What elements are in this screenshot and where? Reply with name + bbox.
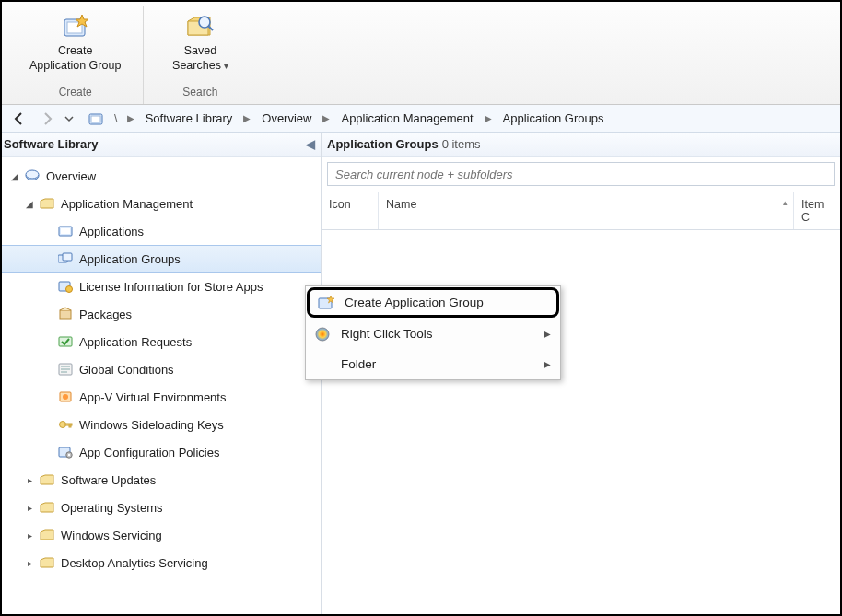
nav-forward-button[interactable] [35, 108, 59, 130]
tree-appconfig[interactable]: App Configuration Policies [2, 438, 321, 466]
tree-license-info[interactable]: License Information for Store Apps [2, 273, 321, 300]
svg-rect-10 [61, 228, 70, 234]
global-cond-icon [57, 361, 74, 378]
tree-overview[interactable]: ◢ Overview [2, 162, 321, 190]
svg-rect-25 [69, 425, 71, 427]
ctx-rct-label: Right Click Tools [341, 327, 544, 341]
packages-icon [57, 306, 74, 322]
svg-rect-12 [63, 253, 72, 261]
svg-point-14 [66, 286, 73, 293]
rct-icon [311, 323, 333, 345]
expander-icon[interactable]: ▸ [24, 503, 35, 513]
ribbon: Create Application Group Create Saved Se… [2, 2, 840, 105]
expander-icon[interactable]: ▸ [24, 530, 35, 540]
expander-icon[interactable]: ◢ [9, 171, 20, 181]
expander-icon[interactable]: ▸ [24, 558, 35, 568]
tree-global-conditions[interactable]: Global Conditions [2, 355, 321, 383]
submenu-arrow-icon: ▶ [544, 329, 551, 339]
folder-icon [39, 471, 55, 488]
appv-icon [57, 389, 74, 405]
create-application-group-button[interactable]: Create Application Group [22, 6, 128, 76]
sidebar-title: Software Library [4, 137, 99, 151]
nav-history-button[interactable] [63, 108, 76, 130]
ribbon-group-search: Saved Searches Search [144, 6, 256, 104]
create-app-group-label: Create Application Group [29, 44, 121, 73]
expander-icon[interactable]: ▸ [24, 475, 35, 485]
tree-windows-servicing[interactable]: ▸ Windows Servicing [2, 521, 321, 549]
svg-point-31 [316, 328, 329, 341]
ctx-folder[interactable]: Folder ▶ [306, 349, 560, 379]
ctx-create-label: Create Application Group [345, 296, 547, 309]
nav-tree: ◢ Overview ◢ Application Management [2, 157, 321, 614]
crumb-software-library[interactable]: Software Library [140, 108, 239, 129]
content-header: Application Groups 0 items [322, 133, 840, 157]
col-icon[interactable]: Icon [322, 192, 379, 229]
crumb-app-groups[interactable]: Application Groups [497, 108, 610, 129]
sidebar: Software Library ◀ ◢ Overview ◢ Applica [2, 133, 322, 614]
context-menu: Create Application Group Right Click Too… [305, 285, 561, 380]
saved-searches-icon [184, 11, 216, 42]
crumb-overview[interactable]: Overview [256, 108, 317, 129]
tree-applications[interactable]: Applications [2, 217, 321, 245]
folder-icon [39, 554, 55, 571]
content-count: 0 items [442, 137, 481, 151]
sidebar-collapse-button[interactable]: ◀ [306, 137, 315, 151]
breadcrumb-root-icon [87, 110, 105, 128]
folder-icon [39, 527, 55, 543]
tree-application-groups[interactable]: Application Groups [2, 245, 321, 273]
tree-sideload[interactable]: Windows Sideloading Keys [2, 411, 321, 438]
search-input[interactable] [327, 162, 835, 186]
saved-searches-button[interactable]: Saved Searches [158, 6, 241, 76]
create-app-group-icon [315, 292, 337, 314]
submenu-arrow-icon: ▶ [544, 359, 551, 369]
ribbon-group-title-create: Create [59, 84, 92, 102]
col-item[interactable]: Item C [794, 192, 840, 229]
crumb-app-mgmt[interactable]: Application Management [335, 108, 478, 129]
applications-icon [57, 223, 74, 239]
breadcrumb-bar: \ ▶Software Library ▶Overview ▶Applicati… [2, 105, 840, 133]
tree-packages[interactable]: Packages [2, 300, 321, 328]
ctx-right-click-tools[interactable]: Right Click Tools ▶ [306, 319, 560, 349]
tree-app-mgmt[interactable]: ◢ Application Management [2, 190, 321, 217]
svg-rect-15 [60, 310, 71, 319]
breadcrumb: ▶Software Library ▶Overview ▶Application… [123, 108, 610, 129]
tree-operating-systems[interactable]: ▸ Operating Systems [2, 494, 321, 521]
svg-rect-16 [59, 337, 72, 346]
blank-icon [311, 354, 333, 376]
watermark-logo [407, 580, 444, 616]
tree-desktop-analytics[interactable]: ▸ Desktop Analytics Servicing [2, 549, 321, 576]
breadcrumb-root-sep: \ [111, 111, 120, 125]
folder-icon [39, 195, 55, 212]
svg-point-8 [26, 170, 39, 179]
svg-point-22 [63, 394, 68, 400]
ctx-create-application-group[interactable]: Create Application Group [307, 287, 559, 318]
create-app-group-icon [60, 11, 91, 42]
ribbon-group-create: Create Application Group Create [7, 6, 144, 104]
svg-point-23 [60, 422, 66, 428]
license-icon [57, 278, 74, 295]
appconfig-icon [57, 444, 74, 460]
svg-rect-6 [91, 116, 100, 122]
svg-point-28 [68, 454, 70, 456]
key-icon [57, 416, 74, 433]
ribbon-group-title-search: Search [182, 84, 217, 102]
tree-app-requests[interactable]: Application Requests [2, 328, 321, 355]
tree-software-updates[interactable]: ▸ Software Updates [2, 466, 321, 494]
nav-back-button[interactable] [7, 108, 31, 130]
tree-appv[interactable]: App-V Virtual Environments [2, 383, 321, 411]
saved-searches-label: Saved Searches [172, 44, 228, 73]
overview-icon [24, 168, 41, 184]
expander-icon[interactable]: ◢ [24, 199, 35, 209]
col-name[interactable]: Name [379, 192, 794, 229]
ctx-folder-label: Folder [341, 357, 544, 371]
application-groups-icon [57, 250, 74, 267]
requests-icon [57, 333, 74, 350]
content-title: Application Groups [327, 137, 439, 151]
folder-icon [39, 499, 55, 516]
search-box [327, 162, 835, 186]
column-headers: Icon Name Item C [322, 192, 840, 230]
sidebar-header: Software Library ◀ [2, 133, 321, 157]
